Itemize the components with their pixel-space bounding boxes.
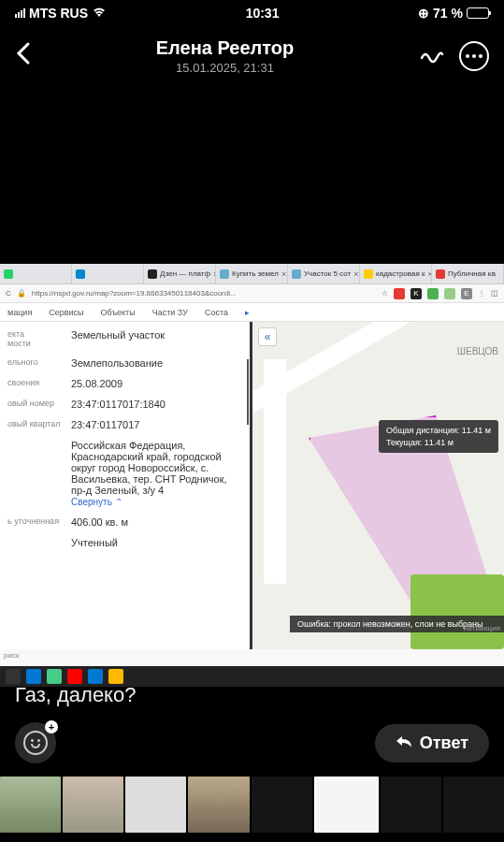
browser-tab[interactable] (72, 264, 144, 283)
map-region-label: ШЕВЦОВ (457, 346, 498, 356)
thumbnail[interactable] (63, 777, 123, 833)
parcel-status: Учтенный (71, 537, 242, 548)
taskbar-edge-icon[interactable] (88, 669, 103, 684)
orientation-lock-icon: ⊕ (418, 6, 429, 21)
extension-icon[interactable] (444, 288, 455, 299)
smiley-icon (23, 731, 48, 755)
taskbar-store-icon[interactable] (26, 669, 41, 684)
windows-activation-watermark: Активация (464, 624, 500, 632)
parcel-type: Земельный участок (71, 329, 242, 348)
plus-icon: + (45, 720, 58, 733)
windows-taskbar (0, 666, 504, 687)
bookmark-icon[interactable]: ☆ (382, 289, 388, 298)
contact-name: Елена Реелтор (156, 37, 294, 59)
close-tab-icon[interactable]: × (281, 269, 286, 279)
thumbnail[interactable] (188, 777, 249, 833)
browser-tab[interactable]: Публичная ка (432, 264, 504, 283)
menu-arrow-icon[interactable]: ▸ (245, 308, 250, 317)
thumbnail[interactable] (381, 777, 441, 833)
extension-icon[interactable]: E (461, 288, 472, 299)
carrier-label: MTS RUS (29, 6, 88, 21)
thumbnail[interactable] (252, 777, 312, 833)
thumbnail[interactable] (0, 777, 61, 833)
more-button[interactable] (459, 41, 489, 71)
browser-tab[interactable]: кадастровая к× (360, 264, 432, 283)
media-blank-top (0, 86, 504, 264)
browser-tabs: Дзен — платф× Купить земел× Участок 5 со… (0, 264, 504, 284)
collapse-link[interactable]: Свернуть ⌃ (71, 497, 122, 507)
browser-tab[interactable] (0, 264, 72, 283)
cadastral-map[interactable]: « ШЕВЦОВ Общая дистанция: 11.41 м Текуща… (252, 322, 504, 649)
taskbar-icon[interactable] (6, 669, 21, 684)
thumbnail[interactable] (125, 777, 186, 833)
status-bar: MTS RUS 10:31 ⊕ 71 % (0, 0, 504, 26)
browser-tab[interactable]: Участок 5 сот× (288, 264, 360, 283)
extension-icon[interactable] (394, 288, 405, 299)
app-menu: мация Сервисы Объекты Части ЗУ Соста ▸ (0, 303, 504, 322)
menu-item[interactable]: Сервисы (49, 308, 83, 317)
measurement-tooltip: Общая дистанция: 11.41 м Текущая: 11.41 … (379, 420, 498, 453)
menu-item[interactable]: Соста (205, 308, 228, 317)
menu-icon[interactable]: ⋮ (478, 289, 485, 298)
battery-percent: 71 % (433, 6, 463, 21)
bookmarks-icon[interactable]: ◫ (491, 289, 498, 298)
emoji-sticker-button[interactable]: + (15, 722, 56, 763)
wifi-icon (92, 6, 107, 21)
thumbnail[interactable] (443, 777, 504, 833)
draw-button[interactable] (418, 41, 444, 71)
map-green-area (410, 574, 504, 649)
assign-date: 25.08.2009 (71, 378, 242, 389)
back-button[interactable] (15, 40, 32, 73)
collapse-panel-button[interactable]: « (258, 327, 277, 346)
land-use: Землепользование (71, 357, 242, 369)
scrollbar[interactable] (247, 359, 249, 425)
reply-arrow-icon (396, 733, 412, 753)
close-tab-icon[interactable]: × (353, 269, 358, 279)
taskbar-icon[interactable] (47, 669, 62, 684)
taskbar-explorer-icon[interactable] (108, 669, 123, 684)
cadastral-quarter: 23:47:0117017 (71, 419, 242, 430)
cadastral-number: 23:47:0117017:1840 (71, 399, 242, 410)
message-timestamp: 15.01.2025, 21:31 (156, 61, 294, 75)
status-left: MTS RUS (15, 6, 107, 21)
thumbnail-active[interactable] (314, 777, 379, 833)
status-right: ⊕ 71 % (418, 6, 489, 21)
parcel-info-panel: ектамости Земельный участок ельного Земл… (0, 322, 252, 649)
screenshot-browser: Дзен — платф× Купить земел× Участок 5 со… (0, 264, 504, 666)
reply-bar: + Ответ (0, 715, 504, 777)
taskbar-yandex-icon[interactable] (67, 669, 82, 684)
header-title-block[interactable]: Елена Реелтор 15.01.2025, 21:31 (156, 37, 294, 75)
status-time: 10:31 (246, 6, 280, 21)
address-bar: C 🔒 https://nspd.gov.ru/map?zoom=19.8863… (0, 284, 504, 303)
menu-item[interactable]: Части ЗУ (152, 308, 188, 317)
menu-item[interactable]: мация (7, 308, 32, 317)
nav-back-icon[interactable]: C (6, 289, 11, 298)
parcel-area: 406.00 кв. м (71, 516, 242, 528)
url-field[interactable]: https://nspd.gov.ru/map?zoom=19.88633450… (32, 289, 376, 298)
browser-tab[interactable]: Дзен — платф× (144, 264, 216, 283)
browser-tab[interactable]: Купить земел× (216, 264, 288, 283)
reply-label: Ответ (420, 733, 468, 753)
cellular-signal-icon (15, 8, 25, 18)
battery-icon (467, 7, 489, 19)
extension-icon[interactable] (427, 288, 439, 299)
media-thumbnail-strip (0, 777, 504, 833)
chat-header: Елена Реелтор 15.01.2025, 21:31 (0, 26, 504, 86)
chevron-up-icon: ⌃ (115, 497, 122, 507)
reply-button[interactable]: Ответ (375, 724, 489, 762)
taskbar-search[interactable]: риск (0, 649, 504, 666)
parcel-address: Российская Федерация, Краснодарский край… (71, 440, 242, 507)
map-road (264, 359, 286, 584)
lock-icon: 🔒 (17, 289, 26, 298)
extension-icon[interactable]: K (410, 288, 422, 299)
menu-item[interactable]: Объекты (101, 308, 136, 317)
